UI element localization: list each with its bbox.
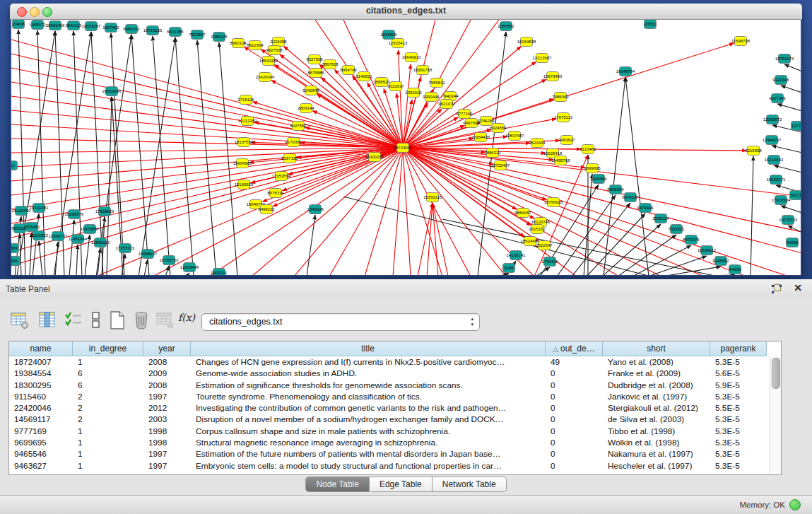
graph-node[interactable]: 7886322 bbox=[484, 148, 501, 158]
graph-node[interactable]: 9115460 bbox=[580, 145, 597, 154]
graph-node[interactable]: 15751074 bbox=[775, 54, 794, 64]
graph-node[interactable]: 20551 bbox=[645, 20, 657, 29]
select-columns-checklist-icon[interactable] bbox=[64, 310, 83, 330]
graph-node[interactable]: 1527602 bbox=[102, 23, 119, 33]
graph-node[interactable]: 1535061 bbox=[23, 223, 40, 232]
function-builder-icon[interactable]: f(x) bbox=[178, 312, 202, 332]
graph-node[interactable]: 2803144 bbox=[298, 104, 314, 113]
table-row[interactable]: 946554611997Estimation of the future num… bbox=[9, 448, 767, 460]
graph-node[interactable]: 20691406 bbox=[46, 21, 65, 30]
graph-node[interactable]: 6671385 bbox=[167, 28, 184, 37]
scrollbar-thumb[interactable] bbox=[772, 358, 780, 389]
new-table-icon[interactable] bbox=[107, 310, 127, 330]
table-row[interactable]: 1872400712008Changes of HCN gene express… bbox=[9, 356, 767, 368]
graph-node[interactable]: 1640954 bbox=[590, 175, 607, 184]
graph-node[interactable]: 12444197 bbox=[763, 136, 782, 145]
graph-node[interactable]: 10807487 bbox=[505, 132, 524, 141]
graph-node[interactable]: 8215958 bbox=[745, 146, 762, 156]
graph-node[interactable]: 12093872 bbox=[763, 115, 782, 124]
graph-node[interactable]: 8958924 bbox=[607, 185, 624, 194]
graph-node[interactable]: 9777169 bbox=[456, 110, 473, 119]
graph-node[interactable]: 1549508 bbox=[307, 205, 324, 214]
graph-node[interactable]: 9621604 bbox=[529, 139, 546, 148]
table-row[interactable]: 911546021997Tourette syndrome. Phenomeno… bbox=[9, 391, 767, 402]
graph-node[interactable]: 16648794 bbox=[616, 67, 635, 76]
table-row[interactable]: 1830029562008Estimation of significance … bbox=[9, 380, 767, 391]
graph-node[interactable]: 9884067 bbox=[514, 209, 531, 218]
graph-node[interactable]: 8324554 bbox=[490, 124, 507, 133]
graph-node[interactable]: 8675885 bbox=[307, 69, 324, 78]
table-source-select[interactable]: citations_edges.txt ▴▾ bbox=[201, 313, 480, 331]
table-row[interactable]: 977716911998Corpus callosum shape and si… bbox=[9, 426, 767, 437]
graph-node[interactable]: 17975113 bbox=[554, 113, 573, 122]
graph-node[interactable]: 112 bbox=[11, 161, 18, 170]
graph-node[interactable]: 1362615 bbox=[405, 88, 422, 98]
delete-attribute-trash-icon[interactable] bbox=[131, 310, 151, 330]
graph-node[interactable]: 20468 bbox=[13, 20, 25, 29]
graph-node[interactable]: 17357223 bbox=[116, 244, 135, 253]
graph-node[interactable]: 19741381 bbox=[30, 204, 49, 213]
tab-edge-table[interactable]: Edge Table bbox=[370, 477, 433, 492]
graph-node[interactable]: 16640910 bbox=[402, 53, 421, 62]
graph-node[interactable]: 20206576 bbox=[65, 210, 84, 219]
graph-node[interactable]: 8912954 bbox=[247, 41, 264, 50]
graph-node[interactable]: 20653346 bbox=[102, 87, 122, 96]
float-panel-icon[interactable] bbox=[771, 284, 782, 295]
table-vertical-scrollbar[interactable] bbox=[770, 356, 781, 474]
graph-node[interactable]: 9322037 bbox=[387, 82, 404, 91]
graph-node[interactable]: 1733426 bbox=[541, 257, 558, 267]
column-header-short[interactable]: short bbox=[603, 341, 710, 356]
graph-node[interactable]: 9621072 bbox=[438, 100, 455, 109]
graph-node[interactable]: 18543382 bbox=[259, 57, 278, 66]
graph-node[interactable]: 6679197 bbox=[622, 193, 639, 202]
tab-network-table[interactable]: Network Table bbox=[433, 477, 507, 492]
graph-node[interactable]: 10853287 bbox=[82, 22, 101, 31]
graph-node[interactable]: 9227343 bbox=[769, 94, 786, 103]
graph-node[interactable]: 7513557 bbox=[189, 30, 206, 40]
graph-node[interactable]: 18720407 bbox=[491, 161, 510, 170]
graph-node[interactable]: 9245652 bbox=[712, 257, 729, 266]
graph-node[interactable]: 8454749 bbox=[340, 66, 357, 75]
graph-node[interactable]: 995 bbox=[11, 257, 20, 266]
table-row[interactable]: 1938455462009Genome-wide association stu… bbox=[9, 368, 767, 379]
graph-node[interactable]: 12774 bbox=[792, 122, 801, 131]
graph-node[interactable]: 1583 bbox=[11, 244, 19, 253]
graph-node[interactable]: 16782753 bbox=[160, 256, 179, 265]
column-header-pagerank[interactable]: pagerank bbox=[710, 341, 767, 356]
graph-node[interactable]: 2522547 bbox=[536, 241, 553, 250]
graph-node[interactable]: 16210643 bbox=[765, 156, 784, 165]
graph-node[interactable]: 2718126 bbox=[237, 95, 254, 105]
network-window[interactable]: citations_edges.txt 89601348912954222605… bbox=[10, 4, 802, 276]
column-header-out_de[interactable]: △out_de… bbox=[546, 341, 603, 356]
graph-node[interactable]: 2087682 bbox=[498, 22, 514, 31]
graph-node[interactable]: 9402211 bbox=[211, 269, 228, 276]
graph-node[interactable]: 1615152 bbox=[529, 225, 546, 234]
graph-node[interactable]: 9170061 bbox=[285, 138, 302, 147]
graph-node[interactable]: 9242848 bbox=[302, 86, 319, 95]
table-settings-icon[interactable] bbox=[10, 310, 30, 330]
graph-node[interactable]: 12213987 bbox=[533, 54, 552, 63]
graph-node[interactable]: 7955812 bbox=[428, 78, 445, 88]
column-header-name[interactable]: name bbox=[9, 341, 73, 356]
graph-node[interactable]: 1405572 bbox=[29, 21, 46, 30]
column-header-year[interactable]: year bbox=[143, 341, 191, 356]
graph-node[interactable]: 10217 bbox=[790, 191, 801, 200]
graph-node[interactable]: 9327508 bbox=[306, 55, 323, 64]
graph-node[interactable]: 9474444 bbox=[637, 204, 654, 213]
graph-node[interactable]: 12942737 bbox=[49, 232, 68, 241]
row-height-icon[interactable] bbox=[86, 310, 106, 330]
graph-node[interactable]: 15692971 bbox=[767, 175, 786, 185]
graph-node[interactable]: 8427552 bbox=[290, 122, 307, 131]
graph-node[interactable]: 9827508 bbox=[266, 46, 283, 55]
graph-node[interactable]: 8678334 bbox=[267, 189, 284, 198]
graph-node[interactable]: 2867608 bbox=[322, 60, 339, 69]
graph-node[interactable]: 11548708 bbox=[731, 37, 751, 46]
table-row[interactable]: 2242004622012Investigating the contribut… bbox=[9, 402, 767, 414]
table-row[interactable]: 969969511998Structural magnetic resonanc… bbox=[9, 437, 767, 448]
graph-node[interactable]: 9842113 bbox=[66, 21, 83, 30]
graph-node[interactable]: 15350116 bbox=[423, 193, 442, 202]
graph-node[interactable]: 12923448 bbox=[180, 263, 199, 272]
graph-node[interactable]: 9129946 bbox=[772, 76, 789, 85]
graph-node[interactable]: 16961758 bbox=[413, 66, 433, 75]
graph-node[interactable]: 6466162 bbox=[123, 25, 140, 34]
